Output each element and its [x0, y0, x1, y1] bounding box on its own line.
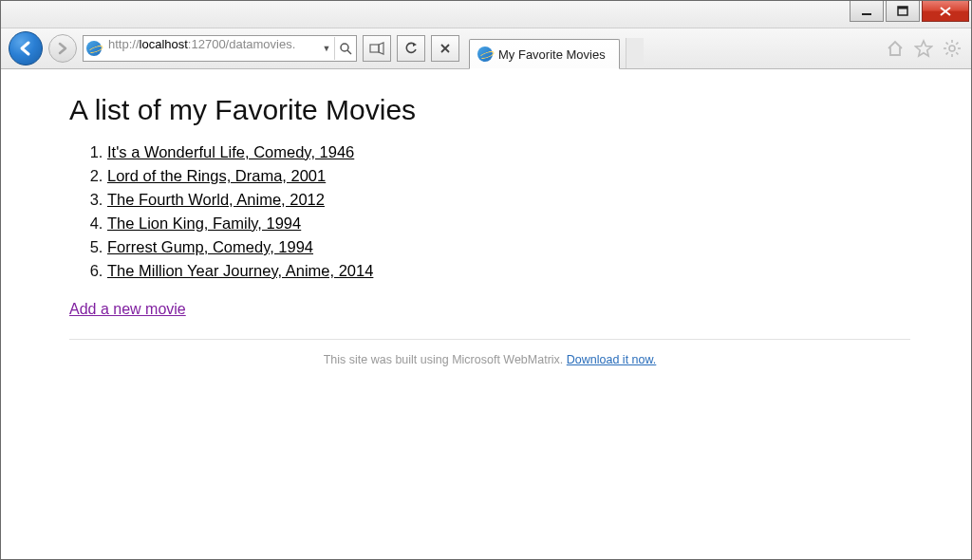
browser-tab[interactable]: My Favorite Movies	[469, 39, 620, 69]
svg-marker-7	[413, 43, 417, 47]
window-title-bar	[1, 1, 971, 28]
browser-window: http://localhost:12700/datamovies. ▼ My …	[0, 0, 972, 560]
stop-button[interactable]	[431, 35, 459, 62]
svg-point-3	[341, 44, 348, 51]
minimize-icon	[861, 6, 872, 17]
maximize-button[interactable]	[886, 1, 920, 22]
url-path: :12700/datamovies.	[188, 37, 295, 51]
movie-link[interactable]: It's a Wonderful Life, Comedy, 1946	[107, 143, 354, 160]
back-arrow-icon	[17, 40, 34, 57]
movie-list-item: It's a Wonderful Life, Comedy, 1946	[107, 143, 910, 161]
browser-toolbar: http://localhost:12700/datamovies. ▼ My …	[1, 28, 971, 69]
svg-point-9	[949, 46, 955, 51]
movie-link[interactable]: Lord of the Rings, Drama, 2001	[107, 167, 326, 184]
footer-divider	[69, 339, 910, 340]
back-button[interactable]	[9, 31, 43, 65]
movie-link[interactable]: The Lion King, Family, 1994	[107, 215, 301, 232]
svg-line-14	[946, 43, 948, 45]
close-button[interactable]	[922, 1, 969, 22]
url-host: localhost	[140, 37, 188, 51]
maximize-icon	[897, 6, 908, 17]
tools-button[interactable]	[941, 37, 963, 60]
search-icon	[339, 42, 352, 55]
new-tab-button[interactable]	[626, 38, 644, 68]
compat-view-button[interactable]	[363, 35, 391, 62]
movie-list-item: Lord of the Rings, Drama, 2001	[107, 167, 910, 185]
footer-download-link[interactable]: Download it now.	[567, 353, 657, 366]
page-content: A list of my Favorite Movies It's a Wond…	[1, 69, 971, 385]
home-button[interactable]	[884, 37, 907, 60]
footer-msg: This site was built using Microsoft WebM…	[324, 353, 567, 366]
url-scheme: http://	[108, 37, 140, 51]
movies-list: It's a Wonderful Life, Comedy, 1946Lord …	[69, 143, 910, 280]
svg-rect-2	[898, 7, 907, 9]
movie-list-item: The Fourth World, Anime, 2012	[107, 191, 910, 209]
svg-line-4	[347, 50, 351, 54]
url-dropdown[interactable]: ▼	[319, 37, 334, 60]
movie-link[interactable]: The Million Year Journey, Anime, 2014	[107, 262, 373, 279]
movie-list-item: The Lion King, Family, 1994	[107, 215, 910, 233]
svg-marker-6	[379, 43, 383, 54]
add-movie-link[interactable]: Add a new movie	[69, 301, 186, 317]
svg-line-15	[956, 52, 958, 54]
stop-icon	[439, 43, 451, 54]
page-heading: A list of my Favorite Movies	[69, 94, 910, 126]
svg-line-17	[946, 52, 948, 54]
forward-button[interactable]	[48, 34, 77, 63]
page-viewport[interactable]: A list of my Favorite Movies It's a Wond…	[1, 69, 971, 559]
refresh-button[interactable]	[397, 35, 425, 62]
svg-rect-5	[370, 45, 379, 52]
site-icon	[84, 41, 104, 56]
minimize-button[interactable]	[850, 1, 884, 22]
tab-title: My Favorite Movies	[498, 47, 606, 62]
home-icon	[886, 39, 905, 58]
footer-text: This site was built using Microsoft WebM…	[69, 353, 910, 366]
movie-list-item: The Million Year Journey, Anime, 2014	[107, 262, 910, 280]
search-button[interactable]	[334, 37, 356, 60]
svg-line-16	[956, 43, 958, 45]
star-icon	[914, 39, 933, 58]
favorites-button[interactable]	[912, 37, 935, 60]
movie-list-item: Forrest Gump, Comedy, 1994	[107, 238, 910, 256]
svg-rect-0	[862, 13, 871, 15]
ie-logo-icon	[86, 41, 102, 56]
forward-arrow-icon	[56, 42, 69, 55]
url-input[interactable]: http://localhost:12700/datamovies.	[104, 37, 319, 60]
gear-icon	[943, 39, 962, 58]
close-icon	[939, 6, 952, 17]
address-bar[interactable]: http://localhost:12700/datamovies. ▼	[83, 35, 357, 62]
movie-link[interactable]: The Fourth World, Anime, 2012	[107, 191, 325, 208]
refresh-icon	[404, 42, 418, 55]
svg-marker-8	[916, 41, 932, 56]
tab-favicon-icon	[477, 47, 493, 62]
compat-icon	[369, 42, 384, 55]
movie-link[interactable]: Forrest Gump, Comedy, 1994	[107, 238, 313, 255]
